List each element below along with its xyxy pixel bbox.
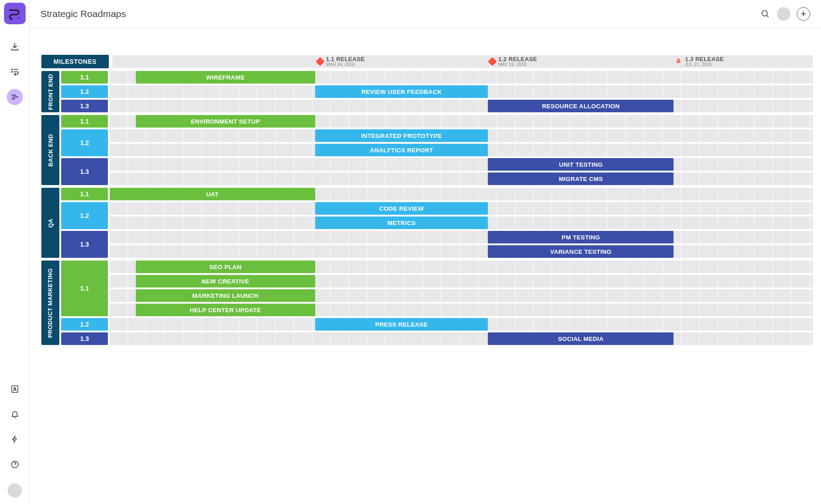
task-bar[interactable]: NEW CREATIVE xyxy=(136,275,315,287)
version-label[interactable]: 1.3 xyxy=(61,158,108,185)
timeline-icon[interactable] xyxy=(7,89,23,105)
svg-point-11 xyxy=(14,466,15,467)
version-label[interactable]: 1.1 xyxy=(61,115,108,128)
task-bar[interactable]: SOCIAL MEDIA xyxy=(488,332,674,345)
task-bar[interactable]: METRICS xyxy=(315,217,488,229)
lane-sub: 1.3SOCIAL MEDIA xyxy=(61,332,813,345)
version-label[interactable]: 1.2 xyxy=(61,85,108,98)
version-label[interactable]: 1.3 xyxy=(61,332,108,345)
rocket-icon xyxy=(674,57,683,66)
lane-sub: 1.1WIREFRAME xyxy=(61,71,813,84)
task-bar[interactable]: PM TESTING xyxy=(488,231,674,243)
task-track: UNIT TESTING xyxy=(110,158,813,171)
lane-title: BACK END xyxy=(41,115,59,185)
page-title: Strategic Roadmaps xyxy=(40,9,126,19)
version-label[interactable]: 1.1 xyxy=(61,71,108,84)
lane-title: QA xyxy=(41,188,59,258)
task-track: PM TESTING xyxy=(110,231,813,243)
task-track: ENVIRONMENT SETUP xyxy=(110,115,813,128)
task-track: PRESS RELEASE xyxy=(110,318,813,331)
app-logo[interactable] xyxy=(4,3,26,24)
help-icon[interactable] xyxy=(7,456,23,473)
lane-sub: 1.1ENVIRONMENT SETUP xyxy=(61,115,813,128)
task-track: RESOURCE ALLOCATION xyxy=(110,100,813,112)
milestone-date: MAY 19, 2018 xyxy=(498,62,537,67)
add-button[interactable]: + xyxy=(797,7,810,21)
lane-title: FRONT END xyxy=(41,71,59,112)
version-label[interactable]: 1.3 xyxy=(61,100,108,112)
user-avatar[interactable] xyxy=(777,7,790,21)
page-header: Strategic Roadmaps + xyxy=(30,0,821,28)
task-track: SOCIAL MEDIA xyxy=(110,332,813,345)
milestone-title: 1.1 RELEASE xyxy=(326,56,365,62)
import-icon[interactable] xyxy=(7,39,23,55)
task-track: WIREFRAME xyxy=(110,71,813,84)
bolt-icon[interactable] xyxy=(7,431,23,447)
task-bar[interactable]: SEO PLAN xyxy=(136,261,315,273)
milestone-track: 1.1 RELEASEMAR 24, 20181.2 RELEASEMAY 19… xyxy=(112,55,813,68)
svg-point-14 xyxy=(678,60,678,61)
task-bar[interactable]: UNIT TESTING xyxy=(488,158,674,171)
lane: QA1.1UAT1.2CODE REVIEWMETRICS1.3PM TESTI… xyxy=(41,188,813,258)
task-track: MIGRATE CMS xyxy=(110,172,813,185)
version-label[interactable]: 1.2 xyxy=(61,318,108,331)
task-track: NEW CREATIVE xyxy=(110,275,813,287)
svg-point-9 xyxy=(14,387,16,389)
lane-sub: 1.2CODE REVIEWMETRICS xyxy=(61,202,813,229)
task-bar[interactable]: UAT xyxy=(110,188,315,200)
task-bar[interactable]: CODE REVIEW xyxy=(315,202,488,215)
milestone-2[interactable]: 1.2 RELEASEMAY 19, 2018 xyxy=(489,55,537,68)
task-bar[interactable]: WIREFRAME xyxy=(136,71,315,84)
task-track: ANALYTICS REPORT xyxy=(110,144,813,156)
contacts-icon[interactable] xyxy=(7,381,23,397)
lane-sub: 1.2INTEGRATED PROTOTYPEANALYTICS REPORT xyxy=(61,129,813,156)
task-bar[interactable]: VARIANCE TESTING xyxy=(488,245,674,258)
task-bar[interactable]: INTEGRATED PROTOTYPE xyxy=(315,129,488,142)
milestone-title: 1.3 RELEASE xyxy=(685,56,724,62)
lane-title: PRODUCT MARKETING xyxy=(41,261,59,345)
task-bar[interactable]: REVIEW USER FEEDBACK xyxy=(315,85,488,98)
svg-point-3 xyxy=(11,71,12,72)
diamond-icon xyxy=(488,57,497,66)
task-bar[interactable]: PRESS RELEASE xyxy=(315,318,488,331)
milestones-label: MILESTONES xyxy=(41,55,109,68)
version-label[interactable]: 1.1 xyxy=(61,261,108,316)
task-track: INTEGRATED PROTOTYPE xyxy=(110,129,813,142)
svg-point-12 xyxy=(762,10,767,16)
lane-sub: 1.2PRESS RELEASE xyxy=(61,318,813,331)
task-track: VARIANCE TESTING xyxy=(110,245,813,258)
lane-sub: 1.3PM TESTINGVARIANCE TESTING xyxy=(61,231,813,258)
task-bar[interactable]: MIGRATE CMS xyxy=(488,172,674,185)
lane-sub: 1.3RESOURCE ALLOCATION xyxy=(61,100,813,112)
user-avatar-small[interactable] xyxy=(8,483,22,498)
version-label[interactable]: 1.1 xyxy=(61,188,108,200)
svg-point-1 xyxy=(11,69,12,70)
task-bar[interactable]: RESOURCE ALLOCATION xyxy=(488,100,674,112)
task-track: HELP CENTER UPDATE xyxy=(110,304,813,316)
lane: FRONT END1.1WIREFRAME1.2REVIEW USER FEED… xyxy=(41,71,813,112)
task-track: SEO PLAN xyxy=(110,261,813,273)
task-bar[interactable]: MARKETING LAUNCH xyxy=(136,289,315,302)
task-bar[interactable]: ENVIRONMENT SETUP xyxy=(136,115,315,128)
left-nav-rail xyxy=(0,0,30,504)
lane-sub: 1.2REVIEW USER FEEDBACK xyxy=(61,85,813,98)
task-track: CODE REVIEW xyxy=(110,202,813,215)
lane: BACK END1.1ENVIRONMENT SETUP1.2INTEGRATE… xyxy=(41,115,813,185)
lane-sub: 1.1UAT xyxy=(61,188,813,200)
task-bar[interactable]: ANALYTICS REPORT xyxy=(315,144,488,156)
milestone-1[interactable]: 1.1 RELEASEMAR 24, 2018 xyxy=(317,55,365,68)
diamond-icon xyxy=(316,57,325,66)
milestone-date: JUL 27, 2018 xyxy=(685,62,724,67)
version-label[interactable]: 1.2 xyxy=(61,202,108,229)
task-bar[interactable]: HELP CENTER UPDATE xyxy=(136,304,315,316)
task-track: METRICS xyxy=(110,217,813,229)
svg-point-0 xyxy=(18,18,19,19)
bell-icon[interactable] xyxy=(7,406,23,422)
search-icon[interactable] xyxy=(760,9,771,19)
version-label[interactable]: 1.3 xyxy=(61,231,108,258)
milestone-3[interactable]: 1.3 RELEASEJUL 27, 2018 xyxy=(674,55,724,68)
lane: PRODUCT MARKETING1.1SEO PLANNEW CREATIVE… xyxy=(41,261,813,345)
task-track: MARKETING LAUNCH xyxy=(110,289,813,302)
version-label[interactable]: 1.2 xyxy=(61,129,108,156)
list-return-icon[interactable] xyxy=(7,64,23,80)
